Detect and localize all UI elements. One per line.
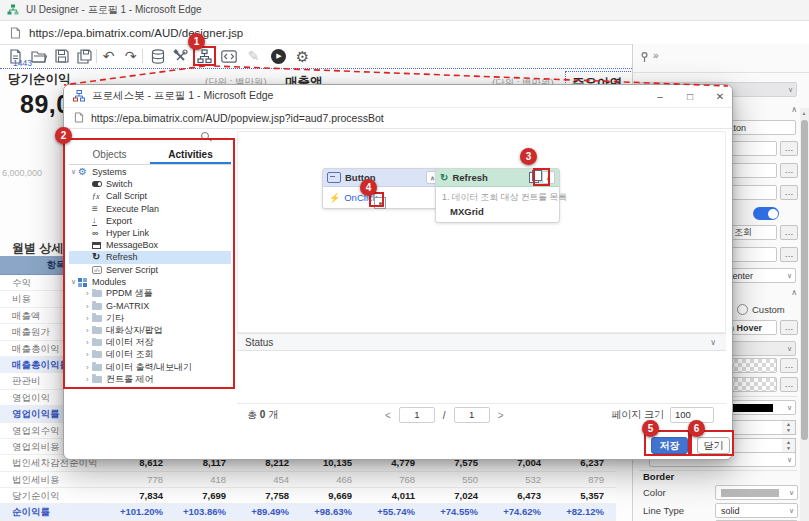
refresh-icon: ↻ <box>440 173 448 183</box>
flow-canvas[interactable]: Button ∧ ⚡ OnClick ↻ Refresh ∧ <box>237 131 726 333</box>
total-count: 총 0 개 <box>237 408 278 422</box>
page-input[interactable]: 1 <box>399 407 435 423</box>
window-title: UI Designer - 프로필 1 - Microsoft Edge <box>26 3 202 17</box>
annotation-badge-1: 1 <box>188 33 205 50</box>
table-cell: +74.62% <box>490 504 553 519</box>
panel-divider <box>633 72 809 73</box>
toolbar-separator <box>96 49 97 63</box>
table-cell: 879 <box>553 472 616 487</box>
border-color-label: Color <box>643 487 666 498</box>
stepper-buttons[interactable]: ▲▼ <box>782 420 796 435</box>
ellipsis-button[interactable]: … <box>780 225 798 240</box>
close-button[interactable]: ✕ <box>714 91 726 102</box>
ellipsis-button[interactable]: … <box>780 247 798 262</box>
redo-button[interactable]: ↷ <box>120 46 141 66</box>
page-icon <box>74 112 84 123</box>
table-cell: 7,834 <box>112 488 175 503</box>
scrollbar-thumb[interactable] <box>801 120 808 440</box>
table-cell: 9,669 <box>301 488 364 503</box>
ellipsis-button[interactable]: … <box>780 358 798 373</box>
refresh-node-body: 1. 데이터 조회 대상 컨트롤 목록 MXGrid <box>436 187 559 222</box>
database-button[interactable] <box>147 46 168 66</box>
build-tools-button[interactable] <box>170 46 191 66</box>
minimize-button[interactable]: – <box>654 91 666 102</box>
panel-scrollbar[interactable]: ▲ <box>800 108 809 521</box>
border-color-row: Color ∨ <box>643 485 798 500</box>
row-values: +101.20%+103.86%+89.49%+98.63%+55.74%+74… <box>112 504 616 519</box>
table-cell: 768 <box>364 472 427 487</box>
play-icon: ▶ <box>271 49 286 64</box>
save-all-button[interactable] <box>74 46 95 66</box>
table-cell: +101.20% <box>112 504 175 519</box>
next-page-button[interactable]: > <box>498 410 504 421</box>
custom-radio[interactable] <box>737 304 748 315</box>
total-pages: 1 <box>454 407 490 423</box>
status-chevron-icon[interactable]: ∨ <box>710 338 726 347</box>
page-icon <box>10 27 21 39</box>
table-cell: +74.55% <box>427 504 490 519</box>
row-label: 당기순이익 <box>0 488 112 503</box>
custom-radio-label: Custom <box>752 304 785 315</box>
line-type-row: Line Type solid∨ <box>643 503 798 518</box>
ellipsis-button[interactable]: … <box>780 141 798 156</box>
row-label: 법인세비용 <box>0 472 112 487</box>
settings-button[interactable]: ⚙ <box>292 46 313 66</box>
main-toolbar: ↶ ↷ ✎ ▶ ⚙ <box>0 45 632 69</box>
ellipsis-button[interactable]: … <box>780 163 798 178</box>
refresh-node-target: MXGrid <box>442 206 553 217</box>
prev-page-button[interactable]: < <box>385 410 391 421</box>
table-row[interactable]: 순이익률 +101.20%+103.86%+89.49%+98.63%+55.7… <box>0 504 616 520</box>
page-separator: / <box>443 410 446 421</box>
table-cell: 5,357 <box>553 488 616 503</box>
button-node-header[interactable]: Button ∧ <box>323 169 443 187</box>
selection-line: 1443 <box>0 68 632 69</box>
maximize-button[interactable]: □ <box>684 91 696 102</box>
stepper-buttons[interactable]: ▲▼ <box>782 438 796 453</box>
popup-url-bar[interactable]: https://epa.bimatrix.com/AUD/popview.jsp… <box>64 107 732 129</box>
scroll-up-arrow[interactable]: ▲ <box>802 110 807 116</box>
table-cell: +103.86% <box>175 504 238 519</box>
expand-icon[interactable]: » <box>653 50 659 61</box>
pin-icon[interactable] <box>640 52 649 65</box>
table-cell: 778 <box>112 472 175 487</box>
ellipsis-button[interactable]: … <box>780 320 798 335</box>
gray-color-bar <box>721 489 779 497</box>
annotation-box-2 <box>63 138 235 389</box>
app-icon <box>7 4 19 16</box>
annotation-badge-6: 6 <box>688 420 705 437</box>
row-values: 778418454466768550532879 <box>112 472 616 487</box>
ellipsis-button[interactable]: … <box>780 377 798 392</box>
section-title-monthly: 월별 상세 <box>12 240 63 257</box>
refresh-node-title: Refresh <box>452 172 487 183</box>
table-row[interactable]: 당기순이익 7,8347,6997,7589,6694,0117,0246,47… <box>0 488 616 504</box>
table-cell: 6,473 <box>490 488 553 503</box>
edit-button[interactable]: ✎ <box>243 46 264 66</box>
line-type-select[interactable]: solid∨ <box>715 503 798 518</box>
annotation-box-3 <box>533 168 550 186</box>
table-row[interactable]: 법인세비용 778418454466768550532879 <box>0 472 616 488</box>
undo-button[interactable]: ↶ <box>98 46 119 66</box>
line-type-label: Line Type <box>643 505 684 516</box>
row-label: 순이익률 <box>0 504 112 519</box>
processbot-app-icon <box>73 90 85 102</box>
url-text: https://epa.bimatrix.com/AUD/designer.js… <box>29 27 243 39</box>
popup-title: 프로세스봇 - 프로필 1 - Microsoft Edge <box>92 89 273 103</box>
save-button[interactable] <box>51 46 72 66</box>
annotation-badge-4: 4 <box>360 179 377 196</box>
status-bar[interactable]: Status ∨ <box>237 333 726 351</box>
table-cell: 454 <box>238 472 301 487</box>
code-view-button[interactable] <box>218 46 239 66</box>
enabled-toggle[interactable] <box>753 207 779 220</box>
pager: < 1 / 1 > <box>385 407 503 423</box>
popup-titlebar[interactable]: 프로세스봇 - 프로필 1 - Microsoft Edge – □ ✕ <box>64 85 732 108</box>
url-bar[interactable]: https://epa.bimatrix.com/AUD/designer.js… <box>0 21 809 45</box>
border-color-select[interactable]: ∨ <box>715 485 798 500</box>
table-cell: 7,758 <box>238 488 301 503</box>
run-button[interactable]: ▶ <box>268 46 289 66</box>
custom-radio-row: Custom <box>737 304 785 315</box>
annotation-badge-2: 2 <box>55 127 72 144</box>
connector-arrow <box>238 132 727 334</box>
ellipsis-button[interactable]: … <box>780 185 798 200</box>
chart-title-net-income: 당기순이익 <box>8 71 71 88</box>
table-cell: 7,699 <box>175 488 238 503</box>
